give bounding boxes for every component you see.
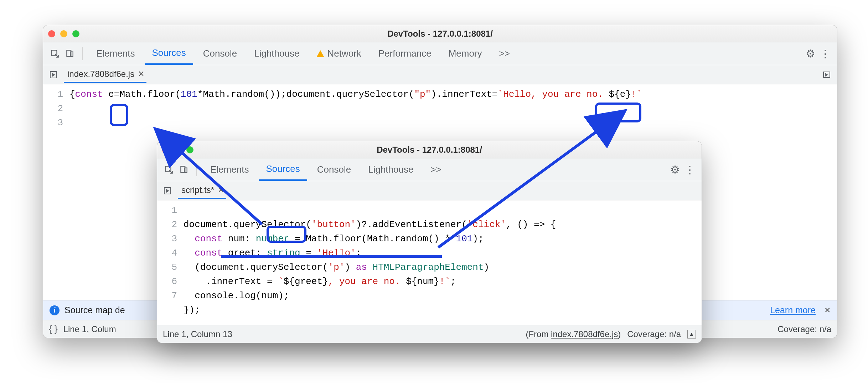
- tab-console[interactable]: Console: [196, 42, 244, 65]
- file-name: index.7808df6e.js: [67, 69, 134, 79]
- panel-right-icon[interactable]: [821, 69, 832, 80]
- tab-lighthouse[interactable]: Lighthouse: [247, 42, 306, 65]
- tab-sources[interactable]: Sources: [145, 42, 193, 65]
- devtools-tabbar: Elements Sources Console Lighthouse Netw…: [43, 42, 837, 65]
- file-tabbar: index.7808df6e.js ✕: [43, 65, 837, 84]
- cursor-position: Line 1, Column 13: [163, 329, 232, 339]
- tab-console[interactable]: Console: [310, 158, 358, 181]
- info-icon: i: [50, 305, 60, 315]
- dismiss-icon[interactable]: ✕: [824, 306, 831, 315]
- menu-icon[interactable]: ⋮: [819, 48, 831, 60]
- infobar-text: Source map de: [64, 305, 125, 315]
- divider: [196, 163, 197, 176]
- device-toggle-icon[interactable]: [64, 48, 76, 60]
- gear-icon[interactable]: ⚙: [804, 48, 816, 60]
- file-name: script.ts*: [181, 185, 214, 195]
- coverage-label: Coverage: n/a: [777, 324, 831, 334]
- coverage-label: Coverage: n/a: [627, 329, 681, 339]
- pretty-print-icon[interactable]: { }: [49, 324, 58, 335]
- navigator-icon[interactable]: [48, 69, 59, 80]
- minimize-dot[interactable]: [174, 146, 181, 153]
- gutter: 1 2 3: [43, 84, 68, 300]
- cursor-position: Line 1, Colum: [63, 324, 116, 334]
- close-icon[interactable]: ✕: [138, 69, 144, 79]
- tab-performance[interactable]: Performance: [371, 42, 439, 65]
- inspect-icon[interactable]: [49, 48, 61, 60]
- window-title: DevTools - 127.0.0.1:8081/: [157, 145, 702, 155]
- titlebar[interactable]: DevTools - 127.0.0.1:8081/: [43, 25, 837, 42]
- device-toggle-icon[interactable]: [178, 164, 190, 176]
- close-dot[interactable]: [162, 146, 169, 153]
- tab-lighthouse[interactable]: Lighthouse: [361, 158, 420, 181]
- gear-icon[interactable]: ⚙: [669, 164, 681, 176]
- statusbar: Line 1, Column 13 (From index.7808df6e.j…: [157, 325, 702, 343]
- code-editor[interactable]: 1 2 3 4 5 6 7 document.querySelector('bu…: [157, 200, 702, 325]
- learn-more-link[interactable]: Learn more: [770, 305, 816, 315]
- tab-sources[interactable]: Sources: [259, 158, 307, 181]
- file-tab[interactable]: index.7808df6e.js ✕: [64, 66, 146, 83]
- close-dot[interactable]: [48, 30, 55, 37]
- warning-icon: [316, 50, 324, 57]
- tab-elements[interactable]: Elements: [89, 42, 142, 65]
- devtools-window-2: DevTools - 127.0.0.1:8081/ Elements Sour…: [157, 141, 702, 343]
- tab-elements[interactable]: Elements: [203, 158, 256, 181]
- navigator-icon[interactable]: [162, 185, 173, 196]
- traffic-lights: [48, 30, 79, 37]
- menu-icon[interactable]: ⋮: [684, 164, 696, 176]
- file-tab[interactable]: script.ts* ✕: [178, 182, 226, 199]
- tab-more[interactable]: >>: [492, 42, 517, 65]
- zoom-dot[interactable]: [186, 146, 193, 153]
- close-icon[interactable]: ✕: [218, 185, 224, 195]
- from-label: (From index.7808df6e.js): [526, 329, 621, 339]
- traffic-lights: [162, 146, 193, 153]
- zoom-dot[interactable]: [72, 30, 79, 37]
- tab-more[interactable]: >>: [423, 158, 448, 181]
- gutter: 1 2 3 4 5 6 7: [157, 200, 182, 325]
- expand-icon[interactable]: ▲: [687, 330, 696, 339]
- devtools-tabbar: Elements Sources Console Lighthouse >> ⚙…: [157, 158, 702, 181]
- code-content[interactable]: document.querySelector('button')?.addEve…: [182, 200, 702, 325]
- tab-memory[interactable]: Memory: [441, 42, 489, 65]
- tab-network[interactable]: Network: [309, 42, 368, 65]
- inspect-icon[interactable]: [163, 164, 175, 176]
- from-link[interactable]: index.7808df6e.js: [551, 329, 618, 339]
- file-tabbar: script.ts* ✕: [157, 181, 702, 200]
- divider: [82, 47, 83, 60]
- titlebar[interactable]: DevTools - 127.0.0.1:8081/: [157, 141, 702, 158]
- minimize-dot[interactable]: [60, 30, 67, 37]
- window-title: DevTools - 127.0.0.1:8081/: [43, 29, 837, 39]
